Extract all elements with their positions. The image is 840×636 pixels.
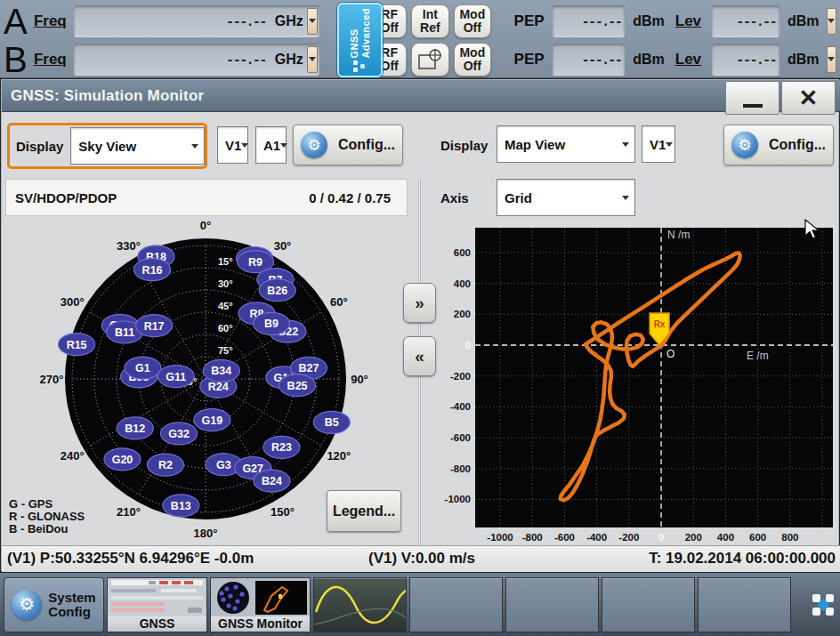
elevation-tick-label: 45° (218, 301, 233, 311)
channel-b-freq-value: ---.-- (81, 51, 268, 68)
channel-a-lev-label[interactable]: Lev (675, 12, 701, 30)
taskbar-item-waveform[interactable] (313, 577, 407, 632)
satellite-blob: B9 (254, 312, 290, 334)
x-tick-label: 0 (658, 532, 664, 543)
x-tick-label: -600 (554, 532, 575, 543)
svg-text:R23: R23 (271, 441, 292, 454)
chevron-down-icon (309, 19, 316, 23)
svg-text:B13: B13 (171, 500, 191, 512)
channel-a-lev-unit: dBm (788, 13, 820, 29)
channel-b-mod-off-button[interactable]: Mod Off (454, 43, 491, 76)
channel-b-lev-label[interactable]: Lev (675, 51, 701, 68)
x-tick-label: -400 (586, 532, 607, 543)
dialog-titlebar[interactable]: GNSS: Simulation Monitor (2, 80, 840, 112)
elevation-tick-label: 75° (218, 345, 233, 356)
taskbar-item-gnss-monitor-label: GNSS Monitor (211, 616, 310, 632)
satellite-blob: B12 (117, 417, 153, 439)
close-icon: ✕ (799, 86, 819, 109)
svg-text:Rx: Rx (654, 319, 666, 329)
chevron-down-icon (280, 143, 287, 148)
legend-button[interactable]: Legend... (327, 490, 401, 532)
legend-gps: G - GPS (9, 498, 85, 511)
y-tick-label: 600 (454, 247, 471, 258)
svg-text:B26: B26 (267, 285, 287, 297)
map-display-label: Display (440, 138, 488, 153)
y-tick-label: -600 (450, 432, 471, 443)
channel-b-lev-dropdown[interactable] (827, 46, 836, 73)
channel-a-int-ref-button[interactable]: Int Ref (411, 4, 449, 38)
satellite-blob: G1 (125, 357, 161, 379)
azimuth-tick-label: 300° (61, 295, 85, 309)
svg-text:B5: B5 (325, 416, 339, 429)
azimuth-tick-label: 60° (330, 295, 348, 309)
channel-b-freq-unit: GHz (275, 52, 303, 68)
sky-antenna-select[interactable]: A1 (255, 126, 287, 164)
svg-text:R15: R15 (67, 339, 87, 351)
satellite-blob: G20 (104, 448, 141, 471)
taskbar-slot-empty-2[interactable] (505, 577, 599, 632)
satellite-blob: R16 (134, 259, 171, 281)
satellite-blob: G19 (194, 409, 230, 431)
taskbar-item-gnss[interactable]: GNSS (107, 577, 207, 632)
channel-b-pep-field[interactable]: ---.-- (553, 44, 626, 76)
chevron-down-icon (191, 144, 198, 149)
elevation-tick-label: 60° (218, 323, 233, 334)
gnss-monitor-thumbnail (211, 578, 310, 616)
legend-beidou: B - BeiDou (9, 523, 85, 535)
map-vehicle-select[interactable]: V1 (642, 125, 675, 163)
chevron-down-icon (309, 57, 316, 61)
gnss-simulation-monitor-dialog: GNSS: Simulation Monitor ✕ Display Sky V… (0, 78, 840, 572)
map-config-button[interactable]: ⚙ Config... (723, 125, 834, 165)
channel-a-freq-label[interactable]: Freq (34, 12, 74, 30)
channel-b-lev-field[interactable]: ---.-- (712, 44, 779, 76)
satellite-blob: B13 (163, 495, 199, 517)
chevron-down-icon (666, 142, 673, 147)
gnss-advanced-badge[interactable]: GNSS Advanced (337, 3, 383, 77)
sky-config-button[interactable]: ⚙ Config... (293, 125, 403, 165)
satellite-blob: R17 (136, 315, 173, 337)
sky-vehicle-select[interactable]: V1 (217, 126, 248, 164)
channel-a-freq-dropdown[interactable] (307, 8, 318, 35)
channel-a-freq-field[interactable]: ---.-- GHz (74, 5, 319, 37)
channel-b-ref-target-button[interactable] (411, 43, 449, 76)
channel-a-lev-field[interactable]: ---.-- (712, 5, 779, 37)
taskbar-slot-empty-3[interactable] (602, 577, 695, 632)
svg-text:B12: B12 (125, 423, 145, 435)
channel-a-lev-dropdown[interactable] (827, 8, 836, 35)
map-axis-select[interactable]: Grid (497, 179, 635, 216)
x-tick-label: 800 (781, 532, 798, 543)
channel-a-pep-field[interactable]: ---.-- (553, 5, 626, 37)
sky-display-select[interactable]: Sky View (70, 127, 205, 165)
close-button[interactable]: ✕ (781, 81, 836, 115)
channel-b-pep-value: ---.-- (560, 51, 624, 68)
window-arrange-button[interactable] (810, 577, 836, 632)
channel-b-freq-label[interactable]: Freq (34, 51, 74, 68)
taskbar-slot-empty-4[interactable] (698, 577, 791, 632)
channel-b-freq-dropdown[interactable] (307, 46, 318, 73)
chevron-down-icon (622, 142, 629, 147)
taskbar-item-gnss-monitor[interactable]: GNSS Monitor (210, 577, 311, 632)
channel-a-freq-unit: GHz (275, 13, 303, 29)
channel-a-pep-value: ---.-- (560, 12, 624, 30)
svg-text:B24: B24 (262, 475, 282, 487)
sky-display-focus-frame: Display Sky View (7, 123, 207, 169)
gnss-badge-line2: Advanced (360, 8, 371, 59)
channel-a-lev-value: ---.-- (719, 12, 778, 30)
svg-text:G11: G11 (166, 371, 186, 383)
ref-target-icon (417, 48, 442, 71)
taskbar-item-gnss-label: GNSS (108, 616, 206, 632)
taskbar-slot-empty-1[interactable] (409, 577, 503, 632)
svg-text:R24: R24 (208, 381, 229, 393)
azimuth-tick-label: 120° (327, 449, 351, 463)
gnss-badge-line1: GNSS (349, 8, 359, 59)
map-display-select[interactable]: Map View (497, 125, 635, 163)
chevron-down-icon (241, 143, 248, 148)
channel-a-mod-off-button[interactable]: Mod Off (454, 4, 491, 38)
minimize-button[interactable] (725, 81, 779, 115)
y-tick-label: 0 (465, 340, 471, 350)
sv-hdop-pdop-value: 0 / 0.42 / 0.75 (309, 190, 391, 205)
system-config-button[interactable]: ⚙ SystemConfig (4, 577, 104, 632)
channel-b-lev-unit: dBm (788, 52, 820, 68)
svg-text:B9: B9 (264, 318, 279, 330)
channel-b-freq-field[interactable]: ---.-- GHz (74, 44, 319, 76)
